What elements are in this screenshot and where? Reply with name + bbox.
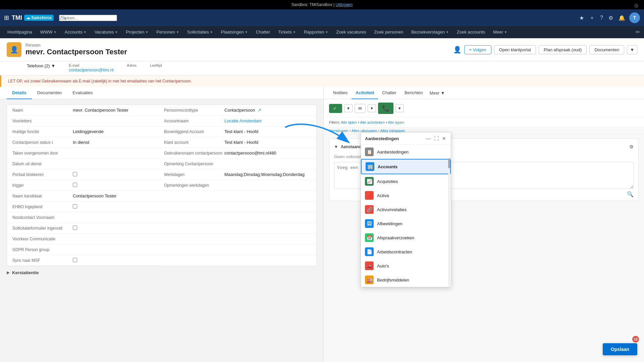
search-activity-icon[interactable]: 🔍	[627, 191, 634, 197]
nav-zoek-personen[interactable]: Zoek personen	[371, 28, 407, 36]
popup-item-aanbestedingen[interactable]: 📋 Aanbestedingen	[361, 145, 451, 159]
nav-sollicitaties[interactable]: Sollicitaties ▼	[184, 28, 216, 36]
avatar[interactable]: T	[629, 12, 640, 23]
email-dropdown[interactable]: ▼	[368, 104, 376, 112]
tab-evaluaties[interactable]: Evaluaties	[67, 87, 98, 99]
favorites-icon[interactable]: ★	[578, 13, 585, 22]
task-dropdown[interactable]: ▼	[344, 104, 353, 112]
field-row-empty6	[159, 244, 316, 255]
popup-item-accounts[interactable]: 🏢 Accounts	[361, 159, 451, 174]
popup-minimize[interactable]: —	[425, 135, 431, 142]
field-row-voorkeur: Voorkeur Communicatie ✏	[7, 234, 159, 244]
popup-scrollbar-thumb	[448, 158, 450, 168]
filter-refresh[interactable]: Vernieuwen	[329, 129, 348, 133]
nav-www[interactable]: WWW ▼	[37, 28, 60, 36]
field-value-accountnaam: Locatie Amsterdam	[224, 118, 305, 123]
bedrijfsmiddelen-label: Bedrijfsmiddelen	[377, 278, 409, 283]
nav-plaatsingen[interactable]: Plaatsingen ▼	[218, 28, 251, 36]
field-label-voorkeur: Voorkeur Communicatie	[12, 237, 73, 241]
left-panel: Details Documenten Evaluaties Naam mevr.…	[0, 87, 324, 362]
tab-activiteit[interactable]: Activiteit	[352, 87, 378, 99]
popup-scrollbar[interactable]	[448, 158, 450, 286]
phone-dropdown[interactable]: ▼	[395, 104, 404, 112]
popup-item-activa[interactable]: 🔴 Activa	[361, 188, 451, 202]
nav-zoek-accounts[interactable]: Zoek accounts	[453, 28, 489, 36]
field-row-noodcontact: Noodcontact Voornaam	[7, 212, 159, 223]
field-row-sollicitatie: Sollicitatieformulier ingevuld ✏	[7, 223, 159, 234]
tab-chatter[interactable]: Chatter	[378, 87, 400, 99]
popup-item-activumrelaties[interactable]: 🔗 Activumrelaties	[361, 202, 451, 217]
more-actions-button[interactable]: ▼	[627, 45, 637, 54]
nav-chatter[interactable]: Chatter	[253, 28, 274, 36]
nav-personen[interactable]: Personen ▼	[153, 28, 182, 36]
plan-button[interactable]: Plan afspraak (oud)	[539, 45, 587, 54]
field-value-sollicitatie	[73, 226, 147, 231]
popup-item-acquisities[interactable]: 📈 Acquisities	[361, 174, 451, 188]
popup-close[interactable]: ✕	[441, 135, 447, 142]
grid-icon[interactable]: ⊞	[4, 14, 9, 21]
phone-field: Telefoon (2) ▼	[27, 63, 55, 72]
field-row-empty5	[159, 234, 316, 244]
nav-meer[interactable]: Meer ▼	[490, 28, 511, 36]
phone-button[interactable]: 📞	[378, 103, 393, 114]
popup-item-bedrijfsmiddelen[interactable]: 🏭 Bedrijfsmiddelen	[361, 273, 451, 287]
nav-hoofdpagina[interactable]: Hoofdpagina	[4, 28, 36, 36]
person-icon: 👤	[453, 46, 462, 54]
field-value-sync	[73, 258, 147, 263]
nav-tickets[interactable]: Tickets ▼	[275, 28, 299, 36]
help-icon[interactable]: ?	[599, 13, 604, 22]
docs-button[interactable]: Documenten	[589, 45, 624, 54]
tab-documenten[interactable]: Documenten	[32, 87, 67, 99]
field-row-naam-kandidaat: Naam kandidaat Contactpersoon Tester	[7, 191, 159, 201]
nav-rapporten[interactable]: Rapporten ▼	[301, 28, 332, 36]
logout-link[interactable]: Uitloggen	[335, 2, 353, 7]
portal-button[interactable]: Open klantportal	[494, 45, 536, 54]
tab-berichten[interactable]: Berichten	[400, 87, 427, 99]
popup-expand[interactable]: ⛶	[433, 135, 439, 142]
add-icon[interactable]: ＋	[588, 13, 596, 23]
aanstaande-settings[interactable]: ⚙	[629, 144, 634, 149]
nav-edit-icon[interactable]: ✏	[636, 29, 640, 35]
nav-projecten[interactable]: Projecten ▼	[122, 28, 152, 36]
nav-zoek-vacatures[interactable]: Zoek vacatures	[333, 28, 370, 36]
settings-icon[interactable]: ⚙	[607, 13, 614, 22]
phone-dropdown[interactable]: Telefoon (2) ▼	[27, 63, 55, 68]
tab-details[interactable]: Details	[7, 87, 32, 99]
kerstattentie-section[interactable]: ▶ Kerstattentie	[7, 266, 317, 277]
save-button[interactable]: Opslaan	[603, 343, 637, 355]
field-label-naam-kandidaat: Naam kandidaat	[12, 194, 73, 198]
popup-item-arbeidscontracten[interactable]: 📄 Arbeidscontracten	[361, 245, 451, 259]
sollicitatie-checkbox[interactable]	[73, 226, 77, 230]
field-label-bovenliggend: Bovenliggend Account	[164, 129, 224, 134]
nav-bezoekverslagen[interactable]: Bezoekverslagen ▼	[408, 28, 452, 36]
follow-button[interactable]: + Volgen	[464, 45, 491, 54]
info-icon[interactable]: ℹ	[52, 140, 53, 144]
age-field: Leeftijd	[150, 63, 162, 72]
external-icon[interactable]: ↗	[258, 108, 261, 113]
portaal-checkbox[interactable]	[73, 172, 77, 176]
bell-icon[interactable]: 🔔	[617, 13, 627, 22]
tab-meer[interactable]: Meer ▼	[427, 87, 448, 99]
search-popup-header: Aanbestedingen — ⛶ ✕	[361, 132, 451, 145]
email-value[interactable]: contactpersoon@tmi.nl	[69, 67, 113, 72]
popup-item-afspraakverzoeken[interactable]: 📅 Afspraakverzoeken	[361, 231, 451, 245]
search-input[interactable]	[59, 15, 117, 21]
popup-item-autos[interactable]: 🚗 Auto's	[361, 259, 451, 273]
ehbo-checkbox[interactable]	[73, 204, 77, 208]
field-label-persoonrecordtype: Persoonrecordtype	[164, 108, 224, 113]
nav-accounts[interactable]: Accounts ▼	[61, 28, 90, 36]
popup-item-afbeeldingen[interactable]: 🖼 Afbeeldingen	[361, 217, 451, 231]
tab-notities[interactable]: Notities	[329, 87, 352, 99]
filter-types[interactable]: Alle typen	[388, 120, 404, 124]
accountnaam-link[interactable]: Locatie Amsterdam	[224, 118, 262, 123]
field-value-werkdagen: Maandag;Dinsdag;Woensdag;Donderdag	[224, 172, 305, 177]
filter-activities[interactable]: Alle activiteiten	[360, 120, 385, 124]
email-button[interactable]: ✉	[355, 104, 366, 113]
trigger-checkbox[interactable]	[73, 183, 77, 187]
field-value-trigger	[73, 183, 147, 188]
kerstattentie-chevron: ▶	[7, 270, 9, 275]
nav-vacatures[interactable]: Vacatures ▼	[91, 28, 121, 36]
new-task-button[interactable]: ✓	[329, 104, 342, 113]
sync-checkbox[interactable]	[73, 258, 77, 262]
filter-time[interactable]: Alle tijden	[341, 120, 357, 124]
